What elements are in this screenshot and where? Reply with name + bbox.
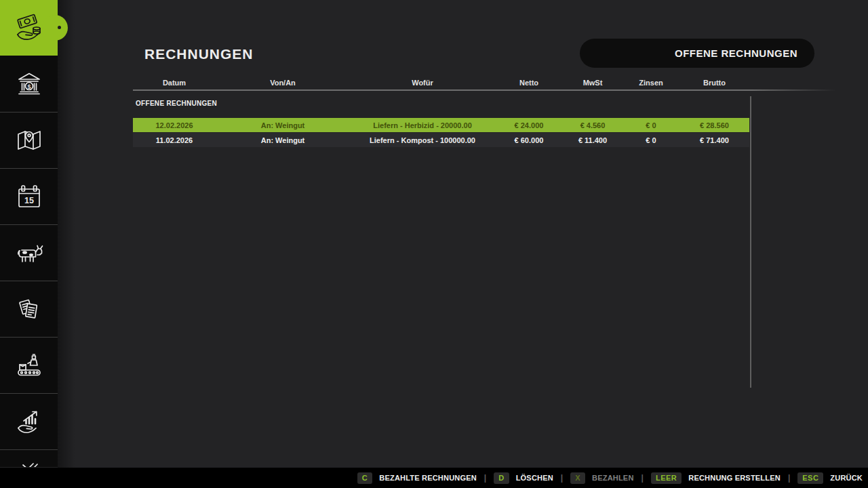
active-tab-dot bbox=[58, 26, 61, 29]
section-label: OFFENE RECHNUNGEN bbox=[136, 100, 217, 107]
shortcut-bar: C BEZAHLTE RECHNUNGEN | D LÖSCHEN | X BE… bbox=[0, 468, 868, 488]
svg-text:$: $ bbox=[27, 83, 31, 90]
page-title: RECHNUNGEN bbox=[144, 46, 254, 62]
open-invoices-filter-button[interactable]: OFFENE RECHNUNGEN bbox=[580, 39, 814, 68]
cell-wofuer: Liefern - Herbizid - 20000.00 bbox=[350, 121, 495, 129]
sidebar-item-bank[interactable]: $ bbox=[0, 56, 58, 113]
cell-mwst: € 11.400 bbox=[563, 136, 623, 144]
key-badge-c: C bbox=[357, 472, 372, 484]
bank-icon: $ bbox=[13, 68, 45, 100]
calendar-day: 15 bbox=[24, 196, 34, 205]
cow-icon bbox=[13, 237, 45, 269]
shortcut-bezahlen[interactable]: X BEZAHLEN bbox=[570, 472, 633, 484]
wrench-icon bbox=[13, 450, 45, 467]
cell-netto: € 60.000 bbox=[495, 136, 563, 144]
column-header-mwst: MwSt bbox=[563, 79, 623, 87]
cell-datum: 11.02.2026 bbox=[133, 136, 216, 144]
map-icon bbox=[13, 124, 45, 157]
shortcut-rechnung-erstellen[interactable]: LEER RECHNUNG ERSTELLEN bbox=[651, 472, 781, 484]
scrollbar[interactable] bbox=[750, 96, 751, 388]
column-header-zinsen: Zinsen bbox=[623, 79, 679, 87]
sidebar-item-tools[interactable] bbox=[0, 450, 58, 467]
sidebar-item-statistics[interactable] bbox=[0, 394, 58, 450]
column-header-brutto: Brutto bbox=[679, 79, 749, 87]
cell-wofuer: Liefern - Kompost - 100000.00 bbox=[350, 136, 495, 144]
cell-von-an: An: Weingut bbox=[216, 136, 350, 144]
cell-datum: 12.02.2026 bbox=[133, 121, 216, 129]
calendar-icon: 15 bbox=[13, 180, 45, 213]
cell-zinsen: € 0 bbox=[623, 136, 679, 144]
shortcut-separator: | bbox=[788, 473, 790, 483]
cell-von-an: An: Weingut bbox=[216, 121, 350, 129]
key-badge-esc: ESC bbox=[797, 472, 823, 484]
documents-icon bbox=[13, 293, 45, 325]
shortcut-separator: | bbox=[484, 473, 486, 483]
shortcut-label: ZURÜCK bbox=[830, 474, 863, 482]
sidebar-item-map[interactable] bbox=[0, 113, 58, 169]
invoices-panel: RECHNUNGEN OFFENE RECHNUNGEN Datum Von/A… bbox=[58, 0, 868, 468]
shortcut-label: BEZAHLEN bbox=[592, 474, 634, 482]
production-line-icon bbox=[13, 349, 45, 382]
shortcut-separator: | bbox=[642, 473, 644, 483]
column-header-datum: Datum bbox=[133, 79, 216, 87]
sidebar-item-animals[interactable] bbox=[0, 225, 58, 281]
table-header-row: Datum Von/An Wofür Netto MwSt Zinsen Bru… bbox=[133, 79, 749, 87]
active-tab-bump bbox=[42, 15, 68, 41]
key-badge-leer: LEER bbox=[651, 472, 682, 484]
shortcut-label: RECHNUNG ERSTELLEN bbox=[688, 474, 781, 482]
money-hand-icon bbox=[13, 12, 45, 44]
column-header-netto: Netto bbox=[495, 79, 563, 87]
cell-brutto: € 28.560 bbox=[679, 121, 749, 129]
sidebar-item-finances[interactable] bbox=[0, 0, 58, 56]
cell-brutto: € 71.400 bbox=[679, 136, 749, 144]
shortcut-zurueck[interactable]: ESC ZURÜCK bbox=[797, 472, 863, 484]
column-header-wofuer: Wofür bbox=[350, 79, 495, 87]
shortcut-loeschen[interactable]: D LÖSCHEN bbox=[494, 472, 553, 484]
sidebar: $ 15 bbox=[0, 0, 58, 468]
header-divider bbox=[133, 89, 836, 91]
invoice-list: 12.02.2026 An: Weingut Liefern - Herbizi… bbox=[133, 118, 749, 148]
shortcut-label: LÖSCHEN bbox=[516, 474, 553, 482]
column-header-von-an: Von/An bbox=[216, 79, 350, 87]
cell-mwst: € 4.560 bbox=[563, 121, 623, 129]
invoice-row[interactable]: 11.02.2026 An: Weingut Liefern - Kompost… bbox=[133, 133, 749, 147]
sidebar-item-contracts[interactable] bbox=[0, 281, 58, 338]
key-badge-x: X bbox=[570, 472, 585, 484]
sidebar-item-calendar[interactable]: 15 bbox=[0, 169, 58, 225]
cell-zinsen: € 0 bbox=[623, 121, 679, 129]
cell-netto: € 24.000 bbox=[495, 121, 563, 129]
invoice-row-selected[interactable]: 12.02.2026 An: Weingut Liefern - Herbizi… bbox=[133, 118, 749, 132]
sidebar-item-production[interactable] bbox=[0, 338, 58, 394]
shortcut-separator: | bbox=[561, 473, 563, 483]
key-badge-d: D bbox=[494, 472, 509, 484]
shortcut-bezahlte-rechnungen[interactable]: C BEZAHLTE RECHNUNGEN bbox=[357, 472, 477, 484]
statistics-icon bbox=[13, 405, 45, 438]
shortcut-label: BEZAHLTE RECHNUNGEN bbox=[379, 474, 477, 482]
